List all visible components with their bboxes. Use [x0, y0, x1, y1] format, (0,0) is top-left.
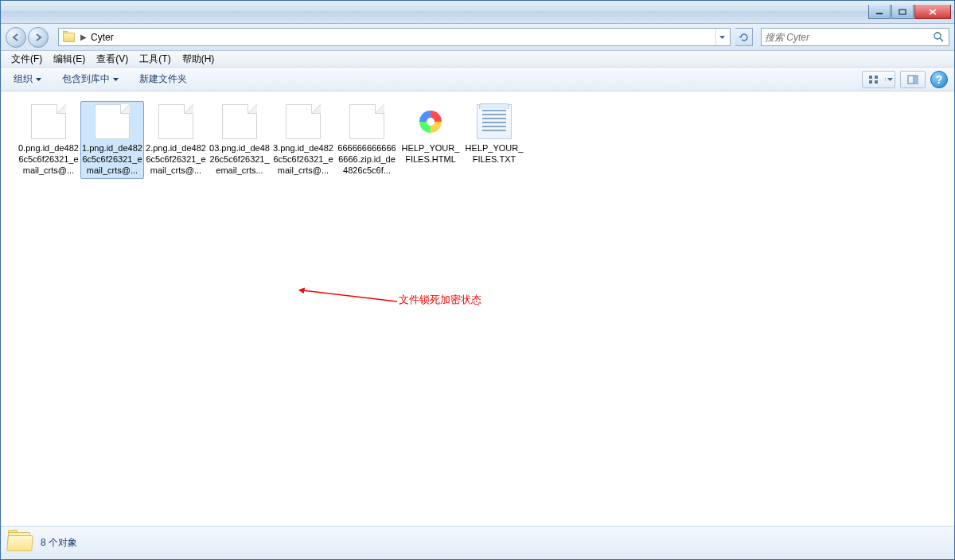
svg-rect-0: [876, 13, 883, 14]
file-item[interactable]: 0.png.id_de4826c5c6f26321_email_crts@...: [17, 101, 80, 179]
file-label: 03.png.id_de4826c5c6f26321_email_crts...: [209, 142, 270, 176]
menu-edit[interactable]: 编辑(E): [48, 51, 91, 68]
statusbar: 8 个对象: [1, 526, 954, 559]
chevron-down-icon: [887, 78, 893, 81]
chevron-down-icon: [719, 36, 725, 39]
minimize-button[interactable]: [868, 5, 891, 19]
svg-rect-7: [875, 80, 878, 84]
address-field[interactable]: ▶ Cyter: [58, 28, 731, 46]
menubar: 文件(F) 编辑(E) 查看(V) 工具(T) 帮助(H): [1, 51, 954, 68]
organize-label: 组织: [14, 72, 33, 86]
chevron-down-icon: [36, 78, 41, 81]
file-label: 2.png.id_de4826c5c6f26321_email_crts@...: [146, 142, 206, 176]
address-bar: ▶ Cyter: [1, 24, 954, 51]
menu-help[interactable]: 帮助(H): [177, 51, 220, 68]
file-label: 1.png.id_de4826c5c6f26321_email_crts@...: [82, 142, 142, 176]
svg-point-2: [934, 33, 941, 39]
generic-file-icon: [31, 104, 66, 139]
search-icon[interactable]: [933, 31, 945, 44]
maximize-button[interactable]: [891, 5, 914, 19]
titlebar: [1, 1, 954, 24]
chevron-down-icon: [113, 78, 119, 81]
breadcrumb-separator-icon: ▶: [78, 33, 89, 41]
file-label: 0.png.id_de4826c5c6f26321_email_crts@...: [18, 142, 79, 176]
file-item[interactable]: HELP_YOUR_FILES.HTML: [399, 101, 462, 179]
file-label: HELP_YOUR_FILES.HTML: [400, 142, 461, 165]
file-item[interactable]: 6666666666666666.zip.id_de4826c5c6f...: [335, 101, 399, 179]
search-field[interactable]: [761, 28, 949, 46]
toolbar: 组织 包含到库中 新建文件夹 ?: [1, 68, 954, 91]
svg-rect-6: [869, 80, 872, 84]
svg-rect-10: [914, 76, 917, 83]
search-input[interactable]: [765, 32, 933, 43]
forward-button[interactable]: [28, 27, 49, 48]
new-folder-button[interactable]: 新建文件夹: [133, 69, 193, 89]
explorer-window: ▶ Cyter 文件(F) 编辑(E) 查看(V) 工具(T) 帮助(H) 组织: [0, 0, 955, 560]
html-file-icon: [413, 104, 448, 139]
content-area: 0.png.id_de4826c5c6f26321_email_crts@...…: [1, 91, 954, 526]
maximize-icon: [898, 9, 906, 15]
file-item[interactable]: 2.png.id_de4826c5c6f26321_email_crts@...: [144, 101, 208, 179]
svg-line-11: [302, 290, 397, 301]
svg-rect-5: [875, 76, 878, 79]
include-label: 包含到库中: [62, 72, 110, 86]
address-text: Cyter: [89, 32, 715, 43]
back-button[interactable]: [6, 27, 26, 48]
svg-rect-4: [869, 76, 872, 79]
folder-icon: [63, 31, 76, 44]
include-library-button[interactable]: 包含到库中: [56, 69, 125, 89]
generic-file-icon: [158, 104, 193, 139]
organize-button[interactable]: 组织: [7, 69, 48, 89]
generic-file-icon: [222, 104, 257, 139]
file-item[interactable]: HELP_YOUR_FILES.TXT: [462, 101, 526, 179]
annotation-text: 文件锁死加密状态: [399, 293, 481, 307]
svg-rect-1: [899, 10, 906, 14]
preview-pane-button[interactable]: [900, 71, 926, 88]
address-dropdown[interactable]: [715, 29, 728, 45]
forward-arrow-icon: [33, 33, 43, 42]
generic-file-icon: [349, 104, 384, 139]
help-button[interactable]: ?: [930, 71, 948, 88]
status-folder-icon: [7, 531, 33, 556]
menu-tools[interactable]: 工具(T): [134, 51, 176, 68]
menu-file[interactable]: 文件(F): [6, 51, 48, 68]
close-icon: [928, 8, 937, 16]
view-icons-icon: [868, 75, 879, 84]
preview-pane-icon: [907, 75, 918, 84]
back-arrow-icon: [11, 33, 21, 42]
generic-file-icon: [286, 104, 321, 139]
view-mode-button[interactable]: [862, 71, 895, 88]
toolbar-right: ?: [862, 71, 948, 88]
text-file-icon: [477, 104, 512, 139]
newfolder-label: 新建文件夹: [139, 72, 187, 86]
nav-buttons: [6, 26, 53, 49]
window-controls: [868, 5, 951, 19]
generic-file-icon: [95, 104, 130, 139]
file-label: HELP_YOUR_FILES.TXT: [464, 142, 524, 165]
file-item[interactable]: 3.png.id_de4826c5c6f26321_email_crts@...: [271, 101, 335, 179]
file-list: 0.png.id_de4826c5c6f26321_email_crts@...…: [1, 91, 954, 184]
menu-view[interactable]: 查看(V): [91, 51, 134, 68]
annotation-arrow-icon: [298, 287, 401, 343]
refresh-button[interactable]: [735, 28, 753, 46]
svg-line-3: [940, 38, 943, 41]
status-text: 8 个对象: [41, 536, 77, 550]
file-label: 6666666666666666.zip.id_de4826c5c6f...: [337, 142, 397, 176]
file-item[interactable]: 03.png.id_de4826c5c6f26321_email_crts...: [208, 101, 271, 179]
file-item[interactable]: 1.png.id_de4826c5c6f26321_email_crts@...: [80, 101, 144, 179]
file-label: 3.png.id_de4826c5c6f26321_email_crts@...: [273, 142, 333, 176]
refresh-icon: [739, 32, 750, 43]
close-button[interactable]: [914, 5, 951, 19]
minimize-icon: [875, 9, 883, 15]
